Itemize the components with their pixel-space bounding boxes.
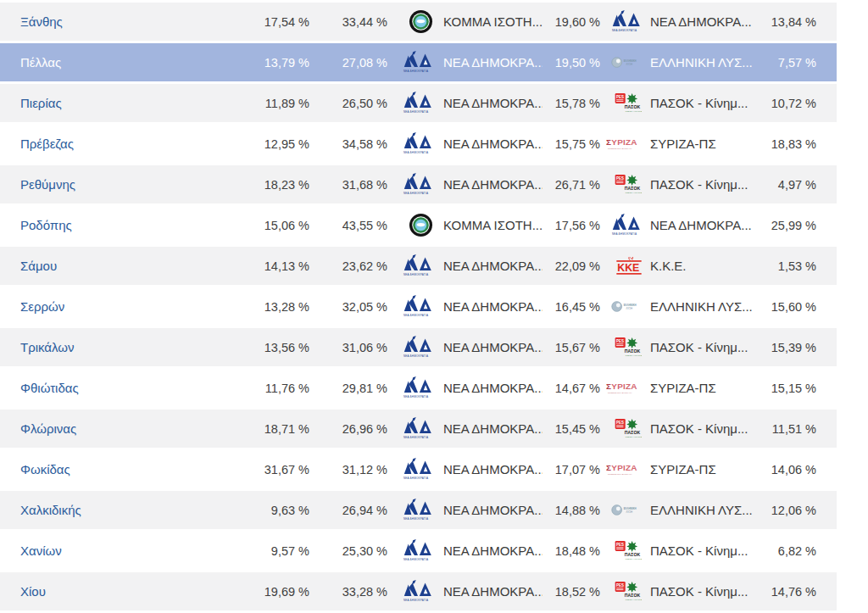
svg-text:ΝΕΑ ΔΗΜΟΚΡΑΤΙΑ: ΝΕΑ ΔΗΜΟΚΡΑΤΙΑ (403, 517, 428, 521)
region-link[interactable]: Χαλκιδικής (0, 503, 246, 517)
pct-cell-2: 31,06 % (309, 341, 387, 354)
pct-cell-3: 15,45 % (542, 422, 600, 436)
pct-cell-4: 4,97 % (767, 178, 837, 192)
nea-dimokratia-logo: ΝΕΑ ΔΗΜΟΚΡΑΤΙΑ (611, 214, 642, 237)
party1-logo-cell: ΝΕΑ ΔΗΜΟΚΡΑΤΙΑ (387, 51, 438, 74)
region-link[interactable]: Σερρών (0, 299, 246, 314)
svg-text:ΠΑΣΟΚ: ΠΑΣΟΚ (625, 186, 641, 191)
pct-cell-1: 11,89 % (246, 97, 309, 110)
nea-dimokratia-logo: ΝΕΑ ΔΗΜΟΚΡΑΤΙΑ (403, 539, 433, 562)
svg-text:ΣΥΡΙΖΑ: ΣΥΡΙΖΑ (606, 382, 637, 391)
pct-cell-2: 34,58 % (309, 137, 387, 151)
region-link[interactable]: Ξάνθης (0, 14, 246, 29)
pct-cell-4: 18,83 % (767, 137, 837, 151)
table-row[interactable]: Ξάνθης 17,54 % 33,44 % ΚΟΜΜΑ ΙΣΟΤΗ... 19… (0, 3, 837, 41)
party2-name: ΝΕΑ ΔΗΜΟΚΡΑ... (646, 14, 767, 29)
region-link[interactable]: Σάμου (0, 259, 246, 273)
region-link[interactable]: Φωκίδας (0, 462, 246, 476)
table-row[interactable]: Φλώρινας 18,71 % 26,96 % ΝΕΑ ΔΗΜΟΚΡΑΤΙΑ … (0, 410, 837, 448)
region-link[interactable]: Χανίων (0, 543, 246, 558)
party1-name: ΝΕΑ ΔΗΜΟΚΡΑ... (438, 462, 542, 476)
table-row[interactable]: Σερρών 13,28 % 32,05 % ΝΕΑ ΔΗΜΟΚΡΑΤΙΑ ΝΕ… (0, 287, 837, 326)
region-link[interactable]: Τρικάλων (0, 340, 246, 354)
table-row[interactable]: Πιερίας 11,89 % 26,50 % ΝΕΑ ΔΗΜΟΚΡΑΤΙΑ Ν… (0, 84, 837, 122)
table-row[interactable]: Σάμου 14,13 % 23,62 % ΝΕΑ ΔΗΜΟΚΡΑΤΙΑ ΝΕΑ… (0, 247, 837, 285)
party2-logo-cell: PESΠΑΣΟΚΚΙΝΗΜΑ ΑΛΛΑΓΗΣ (600, 418, 646, 440)
table-row[interactable]: Ροδόπης 15,06 % 43,55 % ΚΟΜΜΑ ΙΣΟΤΗ... 1… (0, 206, 837, 244)
svg-text:PES: PES (616, 94, 624, 98)
table-row[interactable]: Τρικάλων 13,56 % 31,06 % ΝΕΑ ΔΗΜΟΚΡΑΤΙΑ … (0, 328, 837, 366)
svg-text:ΛΥΣΗ: ΛΥΣΗ (626, 63, 633, 66)
pct-cell-1: 9,63 % (246, 504, 309, 517)
party2-name: Κ.Κ.Ε. (646, 259, 767, 273)
pct-cell-1: 31,67 % (246, 463, 309, 476)
svg-text:ΝΕΑ ΔΗΜΟΚΡΑΤΙΑ: ΝΕΑ ΔΗΜΟΚΡΑΤΙΑ (403, 314, 428, 317)
table-row[interactable]: Φθιώτιδας 11,76 % 29,81 % ΝΕΑ ΔΗΜΟΚΡΑΤΙΑ… (0, 369, 837, 407)
pct-cell-1: 9,57 % (246, 544, 309, 558)
nea-dimokratia-logo: ΝΕΑ ΔΗΜΟΚΡΑΤΙΑ (403, 458, 433, 481)
party2-name: ΣΥΡΙΖΑ-ΠΣ (646, 137, 767, 151)
nea-dimokratia-logo: ΝΕΑ ΔΗΜΟΚΡΑΤΙΑ (403, 173, 433, 196)
region-link[interactable]: Πρέβεζας (0, 137, 246, 151)
party1-logo-cell: ΝΕΑ ΔΗΜΟΚΡΑΤΙΑ (387, 254, 438, 277)
svg-text:ΝΕΑ ΔΗΜΟΚΡΑΤΙΑ: ΝΕΑ ΔΗΜΟΚΡΑΤΙΑ (403, 70, 428, 73)
party2-logo-cell: ΕΛΛΗΝΙΚΗΛΥΣΗ (600, 299, 646, 314)
party1-name: ΝΕΑ ΔΗΜΟΚΡΑ... (438, 96, 542, 110)
pct-cell-2: 27,08 % (309, 56, 387, 70)
party1-name: ΚΟΜΜΑ ΙΣΟΤΗ... (438, 218, 542, 232)
party2-logo-cell: PESΠΑΣΟΚΚΙΝΗΜΑ ΑΛΛΑΓΗΣ (600, 337, 646, 359)
party2-logo-cell: PESΠΑΣΟΚΚΙΝΗΜΑ ΑΛΛΑΓΗΣ (600, 174, 646, 196)
svg-text:PES: PES (616, 176, 624, 180)
svg-text:ΚΙΝΗΜΑ ΑΛΛΑΓΗΣ: ΚΙΝΗΜΑ ΑΛΛΑΓΗΣ (626, 191, 642, 192)
svg-text:ΚΙΝΗΜΑ ΑΛΛΑΓΗΣ: ΚΙΝΗΜΑ ΑΛΛΑΓΗΣ (626, 435, 642, 437)
region-link[interactable]: Ροδόπης (0, 218, 246, 232)
party2-logo-cell: ΕΛΛΗΝΙΚΗΛΥΣΗ (600, 503, 646, 517)
pct-cell-4: 14,06 % (767, 463, 837, 476)
table-row[interactable]: Πέλλας 13,79 % 27,08 % ΝΕΑ ΔΗΜΟΚΡΑΤΙΑ ΝΕ… (0, 43, 837, 81)
party1-name: ΝΕΑ ΔΗΜΟΚΡΑ... (438, 177, 542, 192)
pasok-logo: PESΠΑΣΟΚΚΙΝΗΜΑ ΑΛΛΑΓΗΣ (615, 540, 642, 562)
syriza-logo: ΣΥΡΙΖΑΠΡΟΟΔΕΥΤΙΚΗ ΣΥΜΜΑΧΙΑ (606, 136, 642, 152)
pct-cell-2: 33,44 % (309, 15, 387, 29)
table-row[interactable]: Χανίων 9,57 % 25,30 % ΝΕΑ ΔΗΜΟΚΡΑΤΙΑ ΝΕΑ… (0, 532, 837, 570)
party2-name: ΣΥΡΙΖΑ-ΠΣ (646, 462, 767, 476)
region-link[interactable]: Ρεθύμνης (0, 177, 246, 192)
region-link[interactable]: Φλώρινας (0, 421, 246, 436)
region-link[interactable]: Φθιώτιδας (0, 381, 246, 395)
pct-cell-1: 11,76 % (246, 382, 309, 395)
party1-name: ΝΕΑ ΔΗΜΟΚΡΑ... (438, 543, 542, 558)
region-link[interactable]: Πέλλας (0, 55, 246, 70)
svg-text:ΝΕΑ ΔΗΜΟΚΡΑΤΙΑ: ΝΕΑ ΔΗΜΟΚΡΑΤΙΑ (403, 273, 428, 276)
pct-cell-4: 12,06 % (767, 504, 837, 517)
svg-text:ΝΕΑ ΔΗΜΟΚΡΑΤΙΑ: ΝΕΑ ΔΗΜΟΚΡΑΤΙΑ (403, 599, 428, 602)
pct-cell-2: 32,05 % (309, 300, 387, 314)
party1-logo-cell (387, 213, 438, 237)
party2-name: ΠΑΣΟΚ - Κίνημ... (646, 543, 767, 558)
nea-dimokratia-logo: ΝΕΑ ΔΗΜΟΚΡΑΤΙΑ (611, 10, 642, 33)
table-row[interactable]: Χαλκιδικής 9,63 % 26,94 % ΝΕΑ ΔΗΜΟΚΡΑΤΙΑ… (0, 491, 837, 529)
komma-isotitas-logo (409, 9, 433, 34)
pct-cell-1: 15,06 % (246, 219, 309, 232)
party2-logo-cell: ΝΕΑ ΔΗΜΟΚΡΑΤΙΑ (600, 214, 646, 237)
table-row[interactable]: Φωκίδας 31,67 % 31,12 % ΝΕΑ ΔΗΜΟΚΡΑΤΙΑ Ν… (0, 450, 837, 488)
table-row[interactable]: Ρεθύμνης 18,23 % 31,68 % ΝΕΑ ΔΗΜΟΚΡΑΤΙΑ … (0, 165, 837, 203)
pct-cell-4: 1,53 % (767, 259, 837, 273)
table-row[interactable]: Πρέβεζας 12,95 % 34,58 % ΝΕΑ ΔΗΜΟΚΡΑΤΙΑ … (0, 125, 837, 163)
party2-logo-cell: ΣΥΡΙΖΑΠΡΟΟΔΕΥΤΙΚΗ ΣΥΜΜΑΧΙΑ (600, 380, 646, 396)
party1-logo-cell: ΝΕΑ ΔΗΜΟΚΡΑΤΙΑ (387, 580, 438, 603)
svg-text:ΛΥΣΗ: ΛΥΣΗ (626, 510, 633, 514)
pct-cell-4: 15,60 % (767, 300, 837, 314)
pct-cell-4: 11,51 % (767, 422, 837, 436)
region-link[interactable]: Πιερίας (0, 96, 246, 110)
party1-logo-cell: ΝΕΑ ΔΗΜΟΚΡΑΤΙΑ (387, 458, 438, 481)
table-row[interactable]: Χίου 19,69 % 33,28 % ΝΕΑ ΔΗΜΟΚΡΑΤΙΑ ΝΕΑ … (0, 572, 837, 610)
region-link[interactable]: Χίου (0, 584, 246, 599)
svg-text:ΛΥΣΗ: ΛΥΣΗ (626, 307, 633, 310)
results-table: Ξάνθης 17,54 % 33,44 % ΚΟΜΜΑ ΙΣΟΤΗ... 19… (0, 0, 837, 610)
party1-name: ΝΕΑ ΔΗΜΟΚΡΑ... (438, 340, 542, 354)
nea-dimokratia-logo: ΝΕΑ ΔΗΜΟΚΡΑΤΙΑ (403, 580, 433, 603)
party1-logo-cell: ΝΕΑ ΔΗΜΟΚΡΑΤΙΑ (387, 499, 438, 521)
party2-name: ΠΑΣΟΚ - Κίνημ... (646, 340, 767, 354)
nea-dimokratia-logo: ΝΕΑ ΔΗΜΟΚΡΑΤΙΑ (403, 376, 433, 399)
pct-cell-2: 26,96 % (309, 422, 387, 436)
